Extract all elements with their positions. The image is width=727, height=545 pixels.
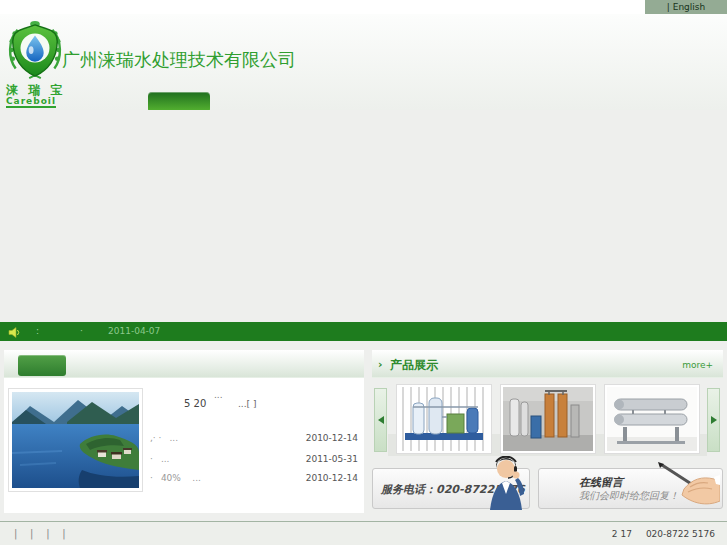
online-message-box[interactable]: 在线留言 我们会即时给您回复！ xyxy=(538,468,723,509)
news-list-item[interactable]: · 40% ... 2010-12-14 xyxy=(150,473,358,487)
ticker-date: 2011-04-07 xyxy=(108,322,160,341)
news-panel-body: ... 5 20 ...[ ] ,· · ... 2010-12-14 · ..… xyxy=(4,378,364,513)
news-summary-dots: ... xyxy=(214,390,223,400)
english-link[interactable]: | English xyxy=(645,0,727,14)
hand-pen-icon xyxy=(650,461,720,511)
news-photo[interactable] xyxy=(8,388,143,492)
news-item-text: ... xyxy=(161,454,306,468)
news-item-date: 2010-12-14 xyxy=(306,473,358,487)
news-list-item[interactable]: · ... 2011-05-31 xyxy=(150,454,358,468)
products-panel: › 产品展示 more+ xyxy=(372,350,723,513)
news-summary-more-link[interactable]: ...[ ] xyxy=(238,399,256,409)
news-panel-header xyxy=(4,350,364,378)
news-tab-button[interactable] xyxy=(18,355,66,376)
footer-address-fragment: 2 17 xyxy=(612,529,632,539)
announcement-ticker: : · 2011-04-07 xyxy=(0,322,727,341)
products-panel-header: › 产品展示 more+ xyxy=(372,350,723,378)
service-phone-box[interactable]: 服务电话：020-87225176 xyxy=(372,468,530,509)
footer: | | | | 2 17 020-8722 5176 xyxy=(0,521,727,545)
footer-link-separators: | | | | xyxy=(14,528,66,539)
carousel-prev-button[interactable] xyxy=(374,388,387,452)
news-item-date: 2010-12-14 xyxy=(306,433,358,447)
online-message-title: 在线留言 xyxy=(579,475,623,490)
page: | English xyxy=(0,0,727,545)
main-content-area xyxy=(0,110,727,322)
products-carousel xyxy=(372,380,723,464)
chevron-left-icon xyxy=(378,416,384,424)
news-panel: ... 5 20 ...[ ] ,· · ... 2010-12-14 · ..… xyxy=(4,350,364,513)
logo-shield-icon xyxy=(6,20,64,86)
chevron-right-icon xyxy=(711,416,717,424)
news-summary-text: 5 20 xyxy=(184,398,206,409)
company-name: 广州涞瑞水处理技术有限公司 xyxy=(62,48,296,72)
chevron-right-icon: › xyxy=(378,358,383,371)
ticker-text: : xyxy=(36,322,39,341)
products-title: 产品展示 xyxy=(390,357,438,374)
news-item-text: ... xyxy=(169,433,305,447)
product-image-1[interactable] xyxy=(396,384,492,454)
news-list-item[interactable]: ,· · ... 2010-12-14 xyxy=(150,433,358,447)
news-item-text: 40% ... xyxy=(161,473,306,487)
ticker-separator: · xyxy=(80,322,83,341)
news-bullet: ,· · xyxy=(150,433,161,447)
products-more-link[interactable]: more+ xyxy=(682,360,713,370)
header: 涞 瑞 宝 Careboil 广州涞瑞水处理技术有限公司 xyxy=(0,14,727,110)
customer-service-agent-icon xyxy=(484,456,528,514)
news-bullet: · xyxy=(150,473,153,487)
news-item-date: 2011-05-31 xyxy=(306,454,358,468)
carousel-next-button[interactable] xyxy=(707,388,720,452)
news-bullet: · xyxy=(150,454,153,468)
speaker-icon xyxy=(8,326,20,345)
product-image-2[interactable] xyxy=(500,384,596,454)
product-image-3[interactable] xyxy=(604,384,700,454)
footer-phone: 020-8722 5176 xyxy=(646,529,715,539)
brand-name-en: Careboil xyxy=(6,97,56,108)
